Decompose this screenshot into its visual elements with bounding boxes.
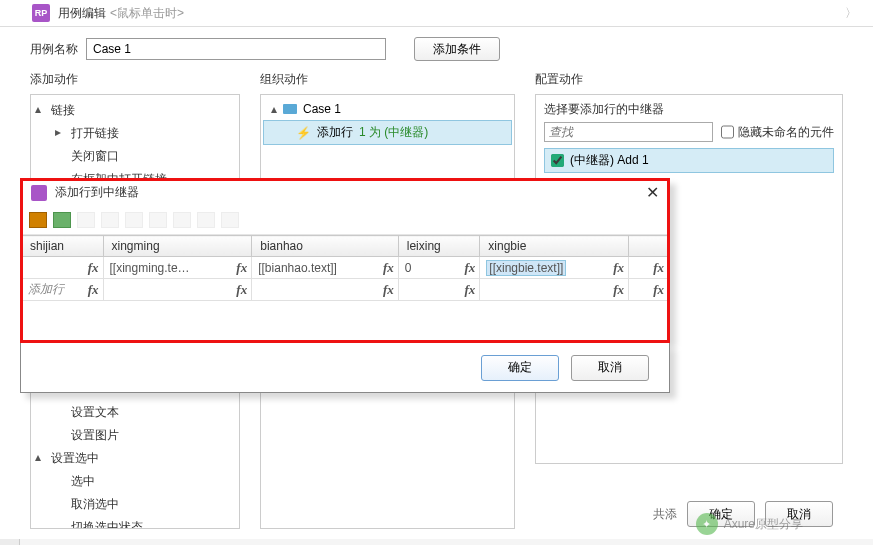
tree-item[interactable]: 取消选中 <box>31 493 239 516</box>
bolt-icon: ⚡ <box>296 126 311 140</box>
footer-text: 共添 <box>653 506 677 523</box>
tree-item[interactable]: 设置图片 <box>31 424 239 447</box>
grid-data-row[interactable]: fx [[xingming.te…fx [[bianhao.text]]fx 0… <box>22 257 669 279</box>
dialog-titlebar: 添加行到中继器 ✕ <box>21 179 669 206</box>
cell: [[xingbie.text]]fx <box>480 257 629 279</box>
dialog-cancel-button[interactable]: 取消 <box>571 355 649 381</box>
col-header[interactable]: xingming <box>103 236 252 257</box>
fx-icon[interactable]: fx <box>88 260 99 276</box>
case-name-row: 用例名称 添加条件 <box>0 27 873 71</box>
config-target-item[interactable]: (中继器) Add 1 <box>544 148 834 173</box>
dialog-title: 添加行到中继器 <box>55 184 139 201</box>
tree-item[interactable]: 选中 <box>31 470 239 493</box>
col-header[interactable]: xingbie <box>480 236 629 257</box>
tree-item[interactable]: ▸打开链接 <box>31 122 239 145</box>
toolbar-btn-6[interactable] <box>149 212 167 228</box>
dialog-app-icon <box>31 185 47 201</box>
cell: fx <box>22 257 104 279</box>
tree-item[interactable]: 设置文本 <box>31 401 239 424</box>
hide-unnamed-toggle[interactable]: 隐藏未命名的元件 <box>721 122 834 142</box>
window-titlebar: RP 用例编辑<鼠标单击时> 〉 <box>0 0 873 27</box>
data-grid: shijian xingming bianhao leixing xingbie… <box>21 235 669 341</box>
fx-icon[interactable]: fx <box>88 282 99 298</box>
cell: [[xingming.te…fx <box>103 257 252 279</box>
dialog-toolbar <box>21 206 669 235</box>
organize-heading: 组织动作 <box>260 71 515 88</box>
close-icon[interactable]: ✕ <box>646 183 659 202</box>
fx-icon[interactable]: fx <box>653 282 664 298</box>
dialog-ok-button[interactable]: 确定 <box>481 355 559 381</box>
tree-item[interactable]: 关闭窗口 <box>31 145 239 168</box>
fx-icon[interactable]: fx <box>653 260 664 276</box>
config-search-input[interactable] <box>544 122 713 142</box>
fx-icon[interactable]: fx <box>464 282 475 298</box>
col-header[interactable]: shijian <box>22 236 104 257</box>
fx-icon[interactable]: fx <box>613 260 624 276</box>
fx-icon[interactable]: fx <box>236 282 247 298</box>
toolbar-btn-5[interactable] <box>125 212 143 228</box>
app-icon: RP <box>32 4 50 22</box>
action-node-selected[interactable]: ⚡ 添加行 1 为 (中继器) <box>263 120 512 145</box>
config-prompt: 选择要添加行的中继器 <box>544 101 834 118</box>
config-search-row: 隐藏未命名的元件 <box>544 122 834 142</box>
fx-icon[interactable]: fx <box>383 282 394 298</box>
fx-icon[interactable]: fx <box>383 260 394 276</box>
toolbar-btn-1[interactable] <box>29 212 47 228</box>
toolbar-btn-4[interactable] <box>101 212 119 228</box>
fx-icon[interactable]: fx <box>464 260 475 276</box>
add-rows-dialog: 添加行到中继器 ✕ shijian xingming bianhao leixi… <box>20 178 670 342</box>
col-header[interactable]: bianhao <box>252 236 399 257</box>
toolbar-btn-3[interactable] <box>77 212 95 228</box>
cell: 0fx <box>398 257 480 279</box>
action-param: 1 为 (中继器) <box>359 124 428 141</box>
cell: fx <box>629 257 669 279</box>
hide-unnamed-checkbox[interactable] <box>721 122 734 142</box>
tree-item[interactable]: ▴设置选中 <box>31 447 239 470</box>
add-action-heading: 添加动作 <box>30 71 240 88</box>
wechat-icon: ✦ <box>696 513 718 535</box>
tree-item[interactable]: 切换选中状态 <box>31 516 239 529</box>
cell: [[bianhao.text]]fx <box>252 257 399 279</box>
window-title: 用例编辑<鼠标单击时> <box>58 5 184 22</box>
chevron-right-icon[interactable]: 〉 <box>837 5 865 22</box>
toolbar-btn-7[interactable] <box>173 212 191 228</box>
toolbar-btn-9[interactable] <box>221 212 239 228</box>
add-row-label: 添加行fx <box>22 279 104 301</box>
fx-icon[interactable]: fx <box>236 260 247 276</box>
grid-add-row[interactable]: 添加行fx fx fx fx fx fx <box>22 279 669 301</box>
config-heading: 配置动作 <box>535 71 843 88</box>
tree-root[interactable]: ▴链接 <box>31 99 239 122</box>
fx-icon[interactable]: fx <box>613 282 624 298</box>
add-condition-button[interactable]: 添加条件 <box>414 37 500 61</box>
col-header[interactable]: leixing <box>398 236 480 257</box>
col-header-spacer <box>629 236 669 257</box>
dialog-button-bar: 确定 取消 <box>20 343 670 393</box>
case-icon <box>283 104 297 114</box>
case-name-label: 用例名称 <box>30 41 78 58</box>
watermark: ✦ Axure原型分享 <box>696 513 803 535</box>
case-node[interactable]: ▴ Case 1 <box>261 99 514 119</box>
toolbar-btn-2[interactable] <box>53 212 71 228</box>
config-target-checkbox[interactable] <box>551 154 564 167</box>
toolbar-btn-8[interactable] <box>197 212 215 228</box>
case-name-input[interactable] <box>86 38 386 60</box>
grid-header-row: shijian xingming bianhao leixing xingbie <box>22 236 669 257</box>
